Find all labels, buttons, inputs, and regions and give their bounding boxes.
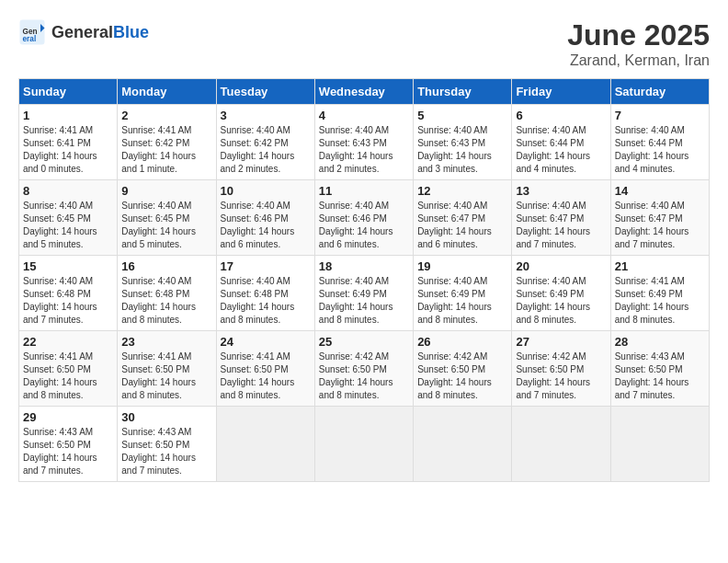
table-cell: 2 Sunrise: 4:41 AM Sunset: 6:42 PM Dayli… — [118, 105, 216, 180]
table-cell — [314, 407, 413, 482]
table-cell: 12 Sunrise: 4:40 AM Sunset: 6:47 PM Dayl… — [414, 180, 512, 256]
day-info: Sunrise: 4:40 AM Sunset: 6:47 PM Dayligh… — [516, 200, 606, 251]
day-info: Sunrise: 4:40 AM Sunset: 6:48 PM Dayligh… — [221, 275, 311, 327]
day-number: 6 — [516, 109, 606, 122]
day-number: 19 — [417, 259, 507, 273]
calendar-subtitle: Zarand, Kerman, Iran — [567, 52, 710, 69]
day-number: 23 — [121, 335, 211, 349]
table-cell: 1 Sunrise: 4:41 AM Sunset: 6:41 PM Dayli… — [19, 105, 118, 180]
day-number: 18 — [319, 259, 409, 273]
table-cell: 24 Sunrise: 4:41 AM Sunset: 6:50 PM Dayl… — [216, 331, 314, 407]
day-number: 3 — [221, 109, 311, 122]
day-info: Sunrise: 4:40 AM Sunset: 6:47 PM Dayligh… — [615, 200, 705, 251]
day-info: Sunrise: 4:41 AM Sunset: 6:49 PM Dayligh… — [615, 275, 705, 327]
day-info: Sunrise: 4:40 AM Sunset: 6:43 PM Dayligh… — [319, 124, 409, 176]
page-header: Gen eral GeneralBlue June 2025 Zarand, K… — [18, 18, 710, 69]
days-header-row: Sunday Monday Tuesday Wednesday Thursday… — [19, 79, 710, 105]
table-cell: 13 Sunrise: 4:40 AM Sunset: 6:47 PM Dayl… — [512, 180, 610, 256]
table-cell: 19 Sunrise: 4:40 AM Sunset: 6:49 PM Dayl… — [414, 256, 512, 331]
day-info: Sunrise: 4:42 AM Sunset: 6:50 PM Dayligh… — [319, 350, 409, 402]
table-cell: 27 Sunrise: 4:42 AM Sunset: 6:50 PM Dayl… — [512, 331, 610, 407]
day-number: 2 — [121, 109, 211, 122]
table-cell — [414, 407, 512, 482]
logo: Gen eral GeneralBlue — [18, 18, 149, 46]
col-sunday: Sunday — [19, 79, 118, 105]
day-info: Sunrise: 4:40 AM Sunset: 6:45 PM Dayligh… — [23, 200, 113, 251]
table-cell: 8 Sunrise: 4:40 AM Sunset: 6:45 PM Dayli… — [19, 180, 118, 256]
col-tuesday: Tuesday — [216, 79, 314, 105]
day-info: Sunrise: 4:40 AM Sunset: 6:48 PM Dayligh… — [23, 275, 113, 327]
day-info: Sunrise: 4:41 AM Sunset: 6:42 PM Dayligh… — [121, 124, 211, 176]
day-info: Sunrise: 4:40 AM Sunset: 6:47 PM Dayligh… — [417, 200, 507, 251]
table-cell — [216, 407, 314, 482]
day-number: 17 — [221, 259, 311, 273]
table-row: 1 Sunrise: 4:41 AM Sunset: 6:41 PM Dayli… — [19, 105, 710, 180]
day-info: Sunrise: 4:42 AM Sunset: 6:50 PM Dayligh… — [417, 350, 507, 402]
day-info: Sunrise: 4:40 AM Sunset: 6:44 PM Dayligh… — [516, 124, 606, 176]
day-number: 4 — [319, 109, 409, 122]
day-info: Sunrise: 4:43 AM Sunset: 6:50 PM Dayligh… — [23, 426, 113, 477]
day-info: Sunrise: 4:40 AM Sunset: 6:46 PM Dayligh… — [221, 200, 311, 251]
table-cell: 6 Sunrise: 4:40 AM Sunset: 6:44 PM Dayli… — [512, 105, 610, 180]
table-cell: 16 Sunrise: 4:40 AM Sunset: 6:48 PM Dayl… — [118, 256, 216, 331]
table-cell: 17 Sunrise: 4:40 AM Sunset: 6:48 PM Dayl… — [216, 256, 314, 331]
day-number: 13 — [516, 184, 606, 198]
table-cell: 15 Sunrise: 4:40 AM Sunset: 6:48 PM Dayl… — [19, 256, 118, 331]
col-thursday: Thursday — [414, 79, 512, 105]
day-number: 20 — [516, 259, 606, 273]
table-cell: 4 Sunrise: 4:40 AM Sunset: 6:43 PM Dayli… — [314, 105, 413, 180]
svg-text:eral: eral — [23, 35, 37, 43]
day-number: 8 — [23, 184, 113, 198]
day-number: 10 — [221, 184, 311, 198]
day-info: Sunrise: 4:40 AM Sunset: 6:49 PM Dayligh… — [516, 275, 606, 327]
day-number: 26 — [417, 335, 507, 349]
table-cell: 18 Sunrise: 4:40 AM Sunset: 6:49 PM Dayl… — [314, 256, 413, 331]
day-number: 7 — [615, 109, 705, 122]
day-info: Sunrise: 4:40 AM Sunset: 6:42 PM Dayligh… — [221, 124, 311, 176]
logo-icon: Gen eral — [18, 18, 46, 46]
title-block: June 2025 Zarand, Kerman, Iran — [567, 18, 710, 69]
table-cell: 28 Sunrise: 4:43 AM Sunset: 6:50 PM Dayl… — [610, 331, 709, 407]
day-number: 25 — [319, 335, 409, 349]
calendar-table: Sunday Monday Tuesday Wednesday Thursday… — [18, 78, 710, 482]
day-number: 1 — [23, 109, 113, 122]
day-info: Sunrise: 4:40 AM Sunset: 6:45 PM Dayligh… — [121, 200, 211, 251]
day-info: Sunrise: 4:43 AM Sunset: 6:50 PM Dayligh… — [615, 350, 705, 402]
day-number: 9 — [121, 184, 211, 198]
day-number: 11 — [319, 184, 409, 198]
table-cell: 3 Sunrise: 4:40 AM Sunset: 6:42 PM Dayli… — [216, 105, 314, 180]
table-cell: 26 Sunrise: 4:42 AM Sunset: 6:50 PM Dayl… — [414, 331, 512, 407]
table-cell: 9 Sunrise: 4:40 AM Sunset: 6:45 PM Dayli… — [118, 180, 216, 256]
day-number: 21 — [615, 259, 705, 273]
table-cell: 23 Sunrise: 4:41 AM Sunset: 6:50 PM Dayl… — [118, 331, 216, 407]
day-number: 24 — [221, 335, 311, 349]
day-number: 28 — [615, 335, 705, 349]
day-info: Sunrise: 4:40 AM Sunset: 6:48 PM Dayligh… — [121, 275, 211, 327]
table-cell: 10 Sunrise: 4:40 AM Sunset: 6:46 PM Dayl… — [216, 180, 314, 256]
col-saturday: Saturday — [610, 79, 709, 105]
table-cell: 20 Sunrise: 4:40 AM Sunset: 6:49 PM Dayl… — [512, 256, 610, 331]
day-number: 27 — [516, 335, 606, 349]
day-number: 5 — [417, 109, 507, 122]
day-info: Sunrise: 4:40 AM Sunset: 6:49 PM Dayligh… — [417, 275, 507, 327]
calendar-title: June 2025 — [567, 18, 710, 52]
day-info: Sunrise: 4:41 AM Sunset: 6:50 PM Dayligh… — [23, 350, 113, 402]
day-number: 15 — [23, 259, 113, 273]
day-number: 16 — [121, 259, 211, 273]
day-info: Sunrise: 4:40 AM Sunset: 6:49 PM Dayligh… — [319, 275, 409, 327]
table-row: 8 Sunrise: 4:40 AM Sunset: 6:45 PM Dayli… — [19, 180, 710, 256]
day-number: 29 — [23, 410, 113, 424]
day-info: Sunrise: 4:40 AM Sunset: 6:46 PM Dayligh… — [319, 200, 409, 251]
day-info: Sunrise: 4:42 AM Sunset: 6:50 PM Dayligh… — [516, 350, 606, 402]
col-friday: Friday — [512, 79, 610, 105]
logo-text: GeneralBlue — [51, 23, 149, 42]
table-row: 15 Sunrise: 4:40 AM Sunset: 6:48 PM Dayl… — [19, 256, 710, 331]
table-row: 29 Sunrise: 4:43 AM Sunset: 6:50 PM Dayl… — [19, 407, 710, 482]
day-info: Sunrise: 4:41 AM Sunset: 6:50 PM Dayligh… — [221, 350, 311, 402]
day-info: Sunrise: 4:43 AM Sunset: 6:50 PM Dayligh… — [121, 426, 211, 477]
table-cell: 25 Sunrise: 4:42 AM Sunset: 6:50 PM Dayl… — [314, 331, 413, 407]
table-cell: 11 Sunrise: 4:40 AM Sunset: 6:46 PM Dayl… — [314, 180, 413, 256]
calendar-body: 1 Sunrise: 4:41 AM Sunset: 6:41 PM Dayli… — [19, 105, 710, 482]
table-row: 22 Sunrise: 4:41 AM Sunset: 6:50 PM Dayl… — [19, 331, 710, 407]
col-monday: Monday — [118, 79, 216, 105]
